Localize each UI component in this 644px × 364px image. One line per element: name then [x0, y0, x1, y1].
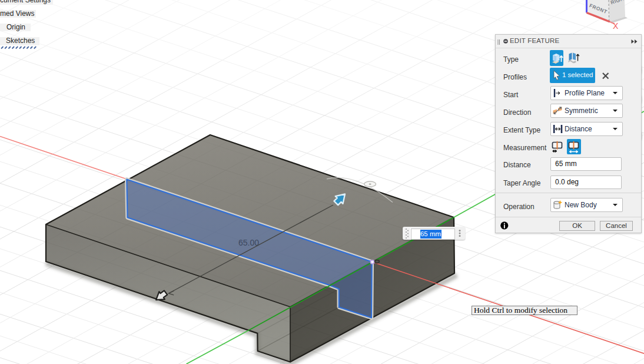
- svg-text:X: X: [613, 21, 619, 31]
